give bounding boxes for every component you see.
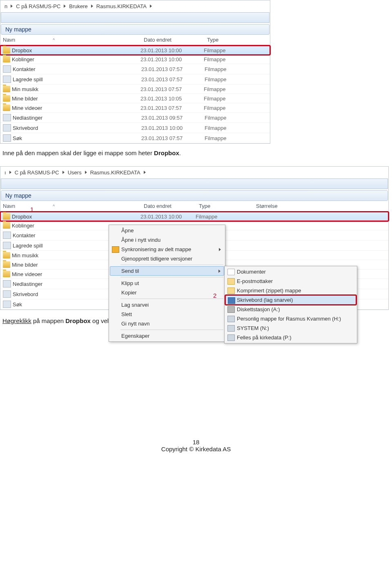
menu-create-shortcut[interactable]: Lag snarvei bbox=[110, 300, 224, 310]
col-type[interactable]: Type bbox=[207, 37, 246, 43]
folder-icon bbox=[3, 252, 10, 259]
folder-icon bbox=[3, 76, 11, 83]
floppy-icon bbox=[227, 306, 235, 313]
toolbar bbox=[1, 178, 388, 189]
menu-sync-shared[interactable]: Synkronisering av delt mappe bbox=[110, 245, 224, 254]
table-row[interactable]: Skrivebord23.01.2013 10:00Filmappe bbox=[0, 123, 270, 133]
chevron-right-icon bbox=[219, 248, 221, 251]
crumb[interactable]: n bbox=[3, 3, 9, 9]
folder-icon bbox=[3, 95, 10, 102]
file-type: Filmappe bbox=[204, 56, 243, 62]
col-name[interactable]: Navn^ bbox=[3, 203, 144, 209]
crumb[interactable]: C på RASMUS-PC bbox=[14, 3, 62, 9]
folder-icon bbox=[3, 47, 10, 53]
table-row[interactable]: Min musikk23.01.2013 07:57Filmappe bbox=[0, 85, 270, 94]
chevron-right-icon bbox=[144, 171, 146, 174]
col-date[interactable]: Dato endret bbox=[144, 203, 199, 209]
submenu-desktop-shortcut[interactable]: Skrivebord (lag snarvei) bbox=[225, 295, 356, 305]
submenu-zip[interactable]: Komprimert (zippet) mappe bbox=[225, 286, 356, 295]
file-date: 23.01.2013 07:57 bbox=[140, 105, 204, 111]
crumb[interactable]: Rasmus.KIRKEDATA bbox=[89, 169, 142, 176]
file-type: Filmappe bbox=[196, 214, 253, 220]
file-name: Dropbox bbox=[12, 214, 140, 220]
col-name[interactable]: Navn^ bbox=[3, 37, 144, 43]
copyright: Copyright © Kirkedata AS bbox=[0, 446, 392, 452]
new-folder-button[interactable]: Ny mappe bbox=[1, 190, 388, 201]
menu-delete[interactable]: Slett bbox=[110, 310, 224, 319]
file-type: Filmappe bbox=[205, 76, 243, 82]
page-number: 18 bbox=[0, 439, 392, 446]
table-row[interactable]: Kontakter23.01.2013 07:57Filmappe bbox=[0, 64, 270, 74]
file-date: 23.01.2013 10:05 bbox=[140, 96, 204, 102]
address-bar[interactable]: ı C på RASMUS-PC Users Rasmus.KIRKEDATA bbox=[0, 167, 388, 178]
folder-icon bbox=[3, 242, 11, 249]
menu-copy[interactable]: Kopier bbox=[110, 288, 224, 297]
crumb[interactable]: Brukere bbox=[67, 3, 89, 9]
menu-separator bbox=[120, 330, 223, 330]
table-row[interactable]: Lagrede spill23.01.2013 07:57Filmappe bbox=[0, 74, 270, 85]
page-footer: 18 Copyright © Kirkedata AS bbox=[0, 439, 392, 452]
submenu-drive-n[interactable]: SYSTEM (N:) bbox=[225, 323, 356, 333]
col-type[interactable]: Type bbox=[199, 203, 256, 209]
menu-separator bbox=[120, 265, 223, 265]
menu-send-to[interactable]: Send til bbox=[110, 266, 224, 276]
file-date: 23.01.2013 07:57 bbox=[140, 86, 204, 92]
file-name: Mine videoer bbox=[12, 105, 140, 111]
menu-restore-versions[interactable]: Gjenopprett tidligere versjoner bbox=[110, 254, 224, 263]
submenu-drive-h[interactable]: Personlig mappe for Rasmus Kvammen (H:) bbox=[225, 314, 356, 323]
menu-rename[interactable]: Gi nytt navn bbox=[110, 319, 224, 328]
desktop-icon bbox=[228, 297, 235, 304]
address-bar[interactable]: n C på RASMUS-PC Brukere Rasmus.KIRKEDAT… bbox=[0, 0, 270, 12]
folder-icon bbox=[3, 261, 10, 268]
menu-properties[interactable]: Egenskaper bbox=[110, 331, 224, 341]
menu-open-new-window[interactable]: Åpne i nytt vindu bbox=[110, 235, 224, 245]
crumb[interactable]: ı bbox=[3, 169, 8, 176]
column-headers: Navn^ Dato endret Type bbox=[0, 35, 270, 46]
table-row[interactable]: Mine bilder23.01.2013 10:05Filmappe bbox=[0, 94, 270, 103]
folder-icon bbox=[3, 105, 10, 111]
annotation-1: 1 bbox=[30, 206, 33, 213]
context-menu[interactable]: Åpne Åpne i nytt vindu Synkronisering av… bbox=[109, 225, 225, 342]
file-date: 23.01.2013 10:00 bbox=[140, 56, 204, 62]
document-icon bbox=[227, 269, 235, 275]
folder-icon bbox=[3, 232, 11, 239]
file-type: Filmappe bbox=[205, 125, 243, 131]
sync-icon bbox=[112, 246, 119, 253]
network-drive-icon bbox=[227, 316, 235, 322]
chevron-right-icon bbox=[62, 171, 65, 174]
table-row[interactable]: Nedlastinger23.01.2013 09:57Filmappe bbox=[0, 113, 270, 123]
network-drive-icon bbox=[227, 325, 235, 332]
menu-open[interactable]: Åpne bbox=[110, 226, 224, 235]
chevron-right-icon bbox=[64, 4, 66, 8]
menu-separator bbox=[120, 299, 223, 299]
file-type: Filmappe bbox=[204, 86, 243, 92]
folder-icon bbox=[3, 280, 11, 288]
crumb[interactable]: Users bbox=[66, 169, 83, 176]
submenu-mail[interactable]: E-postmottaker bbox=[225, 276, 356, 286]
new-folder-button[interactable]: Ny mappe bbox=[1, 24, 270, 35]
folder-icon bbox=[3, 114, 11, 121]
chevron-right-icon bbox=[150, 4, 152, 8]
table-row[interactable]: Dropbox 23.01.2013 10:00 Filmappe bbox=[0, 46, 270, 55]
col-size[interactable]: Størrelse bbox=[256, 203, 297, 209]
table-row[interactable]: Mine videoer23.01.2013 07:57Filmappe bbox=[0, 103, 270, 113]
file-name: Dropbox bbox=[12, 47, 140, 53]
table-row[interactable]: Søk23.01.2013 07:57Filmappe bbox=[0, 133, 270, 143]
chevron-right-icon bbox=[11, 4, 13, 8]
menu-cut[interactable]: Klipp ut bbox=[110, 279, 224, 288]
submenu-drive-p[interactable]: Felles på kirkedata (P:) bbox=[225, 333, 356, 342]
col-date[interactable]: Dato endret bbox=[144, 37, 207, 43]
send-to-submenu[interactable]: Dokumenter E-postmottaker Komprimert (zi… bbox=[224, 266, 357, 343]
folder-icon bbox=[3, 56, 10, 62]
file-name: Søk bbox=[13, 135, 141, 141]
crumb[interactable]: Rasmus.KIRKEDATA bbox=[95, 3, 148, 9]
crumb[interactable]: C på RASMUS-PC bbox=[13, 169, 61, 176]
file-type: Filmappe bbox=[204, 105, 243, 111]
file-name: Min musikk bbox=[12, 86, 140, 92]
submenu-floppy[interactable]: Diskettstasjon (A:) bbox=[225, 305, 356, 314]
table-row[interactable]: Dropbox 23.01.2013 10:00 Filmappe bbox=[0, 212, 388, 221]
table-row[interactable]: Koblinger23.01.2013 10:00Filmappe bbox=[0, 55, 270, 64]
file-name: Mine bilder bbox=[12, 96, 140, 102]
submenu-documents[interactable]: Dokumenter bbox=[225, 267, 356, 276]
column-headers: Navn^ Dato endret Type Størrelse bbox=[0, 201, 388, 212]
